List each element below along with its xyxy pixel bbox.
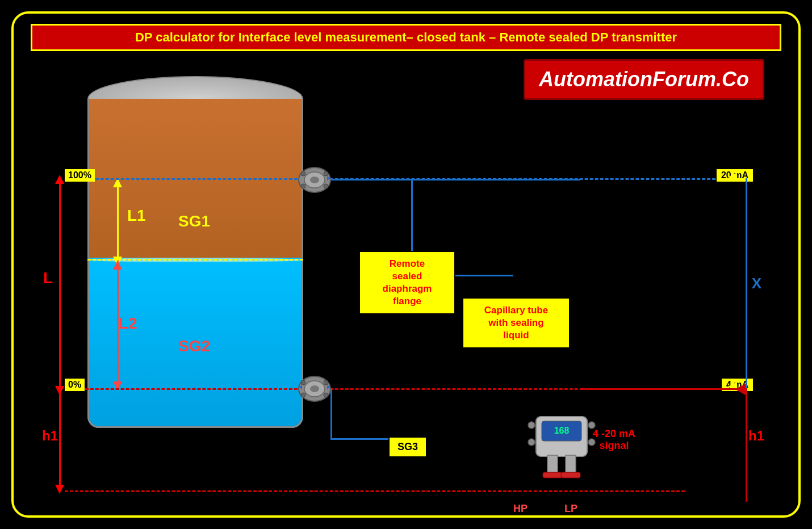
flange-bottom-lp bbox=[298, 375, 332, 403]
svg-point-6 bbox=[324, 184, 328, 188]
label-X: X bbox=[752, 275, 761, 292]
svg-point-11 bbox=[301, 380, 305, 385]
logo-text: AutomationForum.Co bbox=[539, 68, 749, 91]
arrow-down-h1 bbox=[55, 485, 64, 494]
label-LP: LP bbox=[564, 503, 577, 515]
arrow-from-right bbox=[735, 384, 746, 395]
svg-rect-26 bbox=[543, 472, 562, 478]
dim-L-label: L bbox=[43, 269, 53, 287]
signal-line-h-top bbox=[581, 388, 746, 390]
label-L1: L1 bbox=[127, 207, 146, 225]
svg-point-5 bbox=[301, 184, 305, 188]
blue-line-top bbox=[330, 179, 580, 180]
dim-h1-line bbox=[59, 388, 61, 488]
diaphragm-text: Remotesealeddiaphragmflange bbox=[383, 258, 432, 307]
arrow-up-L bbox=[55, 175, 64, 184]
flange-top-hp bbox=[298, 166, 332, 194]
capillary-box: Capillary tubewith sealingliquid bbox=[462, 297, 570, 349]
title-bar: DP calculator for Interface level measur… bbox=[31, 24, 781, 51]
label-SG1: SG1 bbox=[178, 212, 210, 230]
main-container: DP calculator for Interface level measur… bbox=[11, 11, 801, 518]
signal-line-v bbox=[746, 388, 747, 502]
transmitter: 168 bbox=[525, 400, 598, 479]
capillary-text: Capillary tubewith sealingliquid bbox=[484, 305, 548, 341]
sg3-box: SG3 bbox=[388, 436, 427, 457]
title-text: DP calculator for Interface level measur… bbox=[135, 30, 677, 44]
svg-rect-27 bbox=[561, 472, 580, 478]
label-L2: L2 bbox=[119, 314, 137, 333]
svg-point-14 bbox=[324, 393, 328, 397]
svg-point-2 bbox=[310, 177, 319, 183]
line-L2-vert bbox=[117, 261, 119, 385]
label-0pct: 0% bbox=[65, 379, 85, 391]
label-HP: HP bbox=[513, 503, 528, 515]
label-100pct: 100% bbox=[65, 169, 95, 182]
dim-L-line bbox=[59, 178, 61, 388]
svg-point-12 bbox=[324, 380, 328, 385]
svg-text:168: 168 bbox=[554, 426, 570, 435]
line-L1-vert bbox=[117, 178, 119, 261]
dim-h1-label: h1 bbox=[42, 428, 58, 444]
arrow-20mA bbox=[728, 173, 737, 182]
label-SG2: SG2 bbox=[178, 337, 210, 355]
svg-point-13 bbox=[301, 393, 305, 397]
svg-point-10 bbox=[310, 385, 319, 392]
svg-point-4 bbox=[324, 171, 328, 176]
label-h1-right: h1 bbox=[748, 428, 764, 444]
line-bottom bbox=[65, 490, 685, 492]
diaphragm-box: Remotesealeddiaphragmflange bbox=[359, 251, 455, 314]
logo-box: AutomationForum.Co bbox=[524, 59, 764, 100]
svg-point-20 bbox=[528, 422, 535, 429]
signal-label: 4 -20 mAsignal bbox=[593, 428, 635, 452]
svg-point-3 bbox=[301, 171, 305, 176]
svg-point-21 bbox=[528, 439, 535, 446]
sg3-text: SG3 bbox=[397, 441, 418, 452]
